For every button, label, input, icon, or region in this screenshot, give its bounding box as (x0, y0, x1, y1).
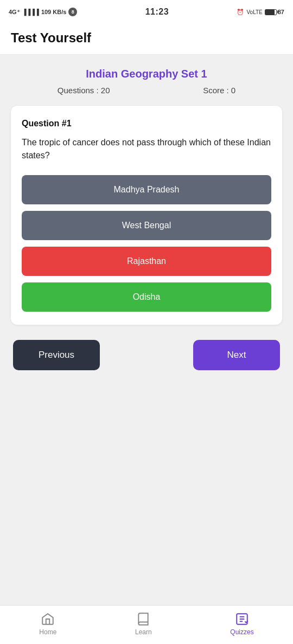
option-2[interactable]: West Bengal (22, 211, 271, 240)
option-4[interactable]: Odisha (22, 282, 271, 312)
quiz-header: Indian Geography Set 1 Questions : 20 Sc… (11, 68, 282, 95)
status-bar: 4G⁺ ▐▐▐▐ 109 KB/s 8 11:23 ⏰ VoLTE 87 (0, 0, 293, 24)
main-content: Indian Geography Set 1 Questions : 20 Sc… (0, 55, 293, 605)
home-icon (41, 612, 55, 626)
options-list: Madhya Pradesh West Bengal Rajasthan Odi… (22, 175, 271, 312)
data-speed: 109 KB/s (41, 9, 66, 15)
battery-fill (265, 10, 275, 15)
nav-quizzes[interactable]: Quizzes (230, 612, 253, 636)
next-button[interactable]: Next (193, 340, 280, 370)
nav-home-label: Home (39, 628, 56, 636)
score-display: Score : 0 (203, 86, 235, 95)
notification-badge: 8 (68, 8, 77, 16)
nav-home[interactable]: Home (39, 612, 56, 636)
status-left: 4G⁺ ▐▐▐▐ 109 KB/s 8 (9, 8, 77, 16)
battery-percent: 87 (278, 9, 284, 15)
quiz-meta: Questions : 20 Score : 0 (11, 86, 282, 95)
previous-button[interactable]: Previous (13, 340, 100, 370)
nav-learn[interactable]: Learn (135, 612, 152, 636)
questions-count: Questions : 20 (58, 86, 110, 95)
nav-learn-label: Learn (135, 628, 152, 636)
option-1[interactable]: Madhya Pradesh (22, 175, 271, 204)
status-right: ⏰ VoLTE 87 (237, 9, 284, 16)
status-time: 11:23 (145, 7, 169, 17)
battery-icon (265, 9, 277, 15)
nav-buttons: Previous Next (11, 340, 282, 370)
quizzes-icon (235, 612, 249, 626)
nav-quizzes-label: Quizzes (230, 628, 253, 636)
battery-container: 87 (265, 9, 284, 15)
signal-4g: 4G⁺ (9, 9, 20, 16)
clock-icon: ⏰ (237, 9, 244, 16)
app-header: Test Yourself (0, 24, 293, 55)
learn-icon (136, 612, 150, 626)
signal-bars: ▐▐▐▐ (22, 9, 39, 15)
question-text: The tropic of cancer does not pass throu… (22, 136, 271, 162)
question-card: Question #1 The tropic of cancer does no… (11, 106, 282, 325)
page-title: Test Yourself (11, 30, 282, 46)
bottom-nav: Home Learn Quizzes (0, 605, 293, 644)
question-number: Question #1 (22, 119, 271, 128)
lte-indicator: VoLTE (246, 9, 262, 15)
quiz-title: Indian Geography Set 1 (11, 68, 282, 80)
option-3[interactable]: Rajasthan (22, 247, 271, 276)
